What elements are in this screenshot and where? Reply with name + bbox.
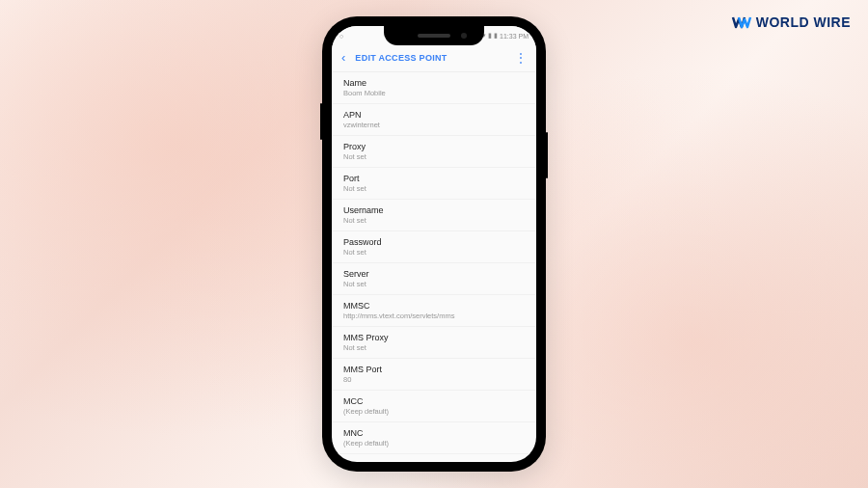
setting-label: MCC: [343, 396, 525, 406]
setting-apn[interactable]: APN vzwinternet: [332, 104, 536, 136]
status-left: ○: [339, 33, 343, 40]
settings-list[interactable]: Name Boom Mobile APN vzwinternet Proxy N…: [332, 72, 536, 462]
camera: [461, 33, 467, 39]
signal-icon: ▮: [488, 32, 492, 40]
setting-password[interactable]: Password Not set: [332, 231, 536, 263]
setting-value: vzwinternet: [343, 121, 525, 129]
page-title: EDIT ACCESS POINT: [355, 53, 515, 63]
setting-value: Not set: [343, 216, 525, 225]
phone-frame: ○ ▾ ▮ ▮ 11:33 PM ‹ EDIT ACCESS POINT ⋮ N…: [322, 16, 546, 472]
setting-label: Username: [343, 205, 525, 215]
setting-port[interactable]: Port Not set: [332, 168, 536, 200]
setting-label: APN: [343, 110, 525, 120]
phone-notch: [384, 26, 484, 45]
setting-value: Not set: [343, 280, 525, 288]
phone-screen: ○ ▾ ▮ ▮ 11:33 PM ‹ EDIT ACCESS POINT ⋮ N…: [332, 26, 536, 462]
setting-mmsc[interactable]: MMSC http://mms.vtext.com/servlets/mms: [332, 295, 536, 327]
setting-value: (Keep default): [343, 439, 525, 447]
setting-name[interactable]: Name Boom Mobile: [332, 72, 536, 104]
setting-server[interactable]: Server Not set: [332, 263, 536, 295]
status-right: ▾ ▮ ▮ 11:33 PM: [482, 32, 529, 40]
setting-mnc[interactable]: MNC (Keep default): [332, 422, 536, 454]
setting-label: Port: [343, 174, 525, 183]
setting-value: Not set: [343, 152, 525, 161]
setting-label: Name: [343, 78, 525, 88]
setting-value: 80: [343, 375, 525, 384]
setting-label: MMSC: [343, 301, 525, 311]
phone-button-left: [320, 103, 322, 140]
world-wire-logo: WORLD WIRE: [731, 12, 851, 33]
battery-icon: ▮: [494, 32, 498, 40]
screen-header: ‹ EDIT ACCESS POINT ⋮: [332, 43, 536, 72]
logo-text: WORLD WIRE: [756, 14, 851, 30]
setting-value: (Keep default): [343, 407, 525, 416]
setting-value: Not set: [343, 248, 525, 257]
back-button[interactable]: ‹: [341, 50, 345, 65]
notification-icon: ○: [339, 33, 343, 40]
setting-value: Not set: [343, 184, 525, 193]
setting-value: Boom Mobile: [343, 89, 525, 97]
setting-label: Password: [343, 237, 525, 247]
menu-button[interactable]: ⋮: [515, 51, 527, 65]
setting-mms-proxy[interactable]: MMS Proxy Not set: [332, 327, 536, 359]
setting-mcc[interactable]: MCC (Keep default): [332, 391, 536, 422]
setting-label: MMS Proxy: [343, 333, 525, 342]
setting-label: Server: [343, 269, 525, 279]
status-time: 11:33 PM: [500, 33, 529, 40]
speaker: [418, 34, 450, 38]
setting-label: MMS Port: [343, 365, 525, 374]
setting-value: http://mms.vtext.com/servlets/mms: [343, 312, 525, 320]
setting-label: MNC: [343, 428, 525, 438]
setting-proxy[interactable]: Proxy Not set: [332, 136, 536, 168]
logo-icon: [731, 12, 752, 33]
setting-label: Proxy: [343, 142, 525, 151]
setting-value: Not set: [343, 343, 525, 352]
phone-button-right: [546, 132, 548, 178]
setting-mms-port[interactable]: MMS Port 80: [332, 359, 536, 391]
setting-username[interactable]: Username Not set: [332, 200, 536, 231]
